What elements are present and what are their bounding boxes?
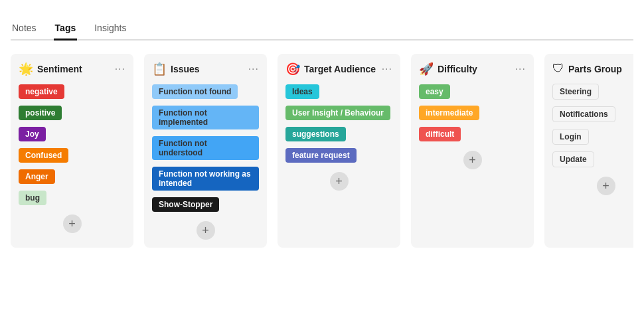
tag-row: bug bbox=[19, 191, 125, 207]
tag-row: Ideas bbox=[285, 84, 392, 100]
board-header-difficulty: 🚀Difficulty··· bbox=[419, 62, 526, 76]
tag-row: difficult bbox=[419, 127, 526, 143]
tag-confused[interactable]: Confused bbox=[19, 148, 68, 163]
board-icon-target-audience: 🎯 bbox=[285, 62, 300, 76]
tag-function-not-understood[interactable]: Function not understood bbox=[152, 136, 259, 160]
tag-easy[interactable]: easy bbox=[419, 84, 450, 99]
tag-row: Show-Stopper bbox=[152, 197, 259, 213]
tag-row: easy bbox=[419, 84, 526, 100]
board-header-sentiment: 🌟Sentiment··· bbox=[19, 62, 125, 76]
board-icon-issues: 📋 bbox=[152, 62, 167, 76]
tab-insights[interactable]: Insights bbox=[93, 19, 127, 41]
tag-row: Update bbox=[552, 151, 633, 169]
tag-login[interactable]: Login bbox=[552, 129, 589, 145]
tag-row: feature request bbox=[285, 148, 392, 164]
tag-joy[interactable]: Joy bbox=[19, 127, 46, 141]
board-title-issues: Issues bbox=[171, 64, 200, 74]
board-header-issues: 📋Issues··· bbox=[152, 62, 259, 76]
tag-show-stopper[interactable]: Show-Stopper bbox=[152, 197, 219, 212]
board-header-target-audience: 🎯Target Audience··· bbox=[285, 62, 392, 76]
tag-difficult[interactable]: difficult bbox=[419, 127, 461, 141]
tag-function-not-working-as-intended[interactable]: Function not working as intended bbox=[152, 167, 259, 191]
tab-tags[interactable]: Tags bbox=[54, 19, 78, 41]
tag-row: Joy bbox=[19, 127, 125, 143]
board-issues: 📋Issues···Function not foundFunction not… bbox=[144, 54, 267, 248]
tag-row: Steering bbox=[552, 84, 633, 101]
tag-row: Function not understood bbox=[152, 136, 259, 161]
tag-row: Function not found bbox=[152, 84, 259, 100]
tag-function-not-found[interactable]: Function not found bbox=[152, 84, 238, 99]
tag-positive[interactable]: positive bbox=[19, 106, 62, 120]
board-menu-target-audience[interactable]: ··· bbox=[382, 63, 392, 75]
board-menu-sentiment[interactable]: ··· bbox=[115, 63, 125, 75]
tag-row: Login bbox=[552, 129, 633, 146]
board-sentiment: 🌟Sentiment···negativepositiveJoyConfused… bbox=[11, 54, 133, 248]
tag-row: intermediate bbox=[419, 106, 526, 122]
board-header-parts-group: 🛡Parts Group··· bbox=[552, 62, 633, 76]
tag-bug[interactable]: bug bbox=[19, 191, 46, 205]
tag-user-insight---behaviour[interactable]: User Insight / Behaviour bbox=[285, 106, 390, 120]
tag-anger[interactable]: Anger bbox=[19, 169, 55, 184]
board-title-difficulty: Difficulty bbox=[438, 64, 477, 74]
tag-row: Anger bbox=[19, 169, 125, 185]
tab-notes[interactable]: Notes bbox=[11, 19, 38, 41]
tab-bar: NotesTagsInsights bbox=[11, 19, 633, 41]
add-tag-button-parts-group[interactable]: + bbox=[597, 177, 615, 195]
tag-suggestions[interactable]: suggestions bbox=[285, 127, 346, 141]
tag-row: User Insight / Behaviour bbox=[285, 106, 392, 122]
tag-update[interactable]: Update bbox=[552, 151, 594, 167]
tag-function-not-implemented[interactable]: Function not implemented bbox=[152, 106, 259, 129]
tag-notifications[interactable]: Notifications bbox=[552, 106, 615, 122]
board-title-target-audience: Target Audience bbox=[304, 64, 376, 74]
board-icon-sentiment: 🌟 bbox=[19, 62, 33, 76]
boards-container: 🌟Sentiment···negativepositiveJoyConfused… bbox=[11, 54, 633, 248]
tag-steering[interactable]: Steering bbox=[552, 84, 599, 100]
tag-ideas[interactable]: Ideas bbox=[285, 84, 319, 99]
tag-negative[interactable]: negative bbox=[19, 84, 64, 99]
board-title-parts-group: Parts Group bbox=[568, 64, 622, 74]
add-tag-button-issues[interactable]: + bbox=[197, 221, 215, 240]
board-menu-issues[interactable]: ··· bbox=[248, 63, 259, 75]
tag-row: Function not working as intended bbox=[152, 167, 259, 192]
tag-row: Notifications bbox=[552, 106, 633, 124]
tag-row: positive bbox=[19, 106, 125, 122]
board-target-audience: 🎯Target Audience···IdeasUser Insight / B… bbox=[278, 54, 400, 248]
add-tag-button-target-audience[interactable]: + bbox=[330, 172, 349, 191]
tag-row: suggestions bbox=[285, 127, 392, 143]
board-menu-difficulty[interactable]: ··· bbox=[515, 63, 526, 75]
tag-intermediate[interactable]: intermediate bbox=[419, 106, 479, 120]
board-title-sentiment: Sentiment bbox=[37, 64, 82, 74]
tag-feature-request[interactable]: feature request bbox=[285, 148, 357, 163]
board-icon-parts-group: 🛡 bbox=[552, 62, 564, 76]
board-difficulty: 🚀Difficulty···easyintermediatedifficult+ bbox=[411, 54, 534, 248]
tag-row: Function not implemented bbox=[152, 106, 259, 131]
board-parts-group: 🛡Parts Group···SteeringNotificationsLogi… bbox=[544, 54, 633, 248]
tag-row: Confused bbox=[19, 148, 125, 164]
board-icon-difficulty: 🚀 bbox=[419, 62, 434, 76]
tag-row: negative bbox=[19, 84, 125, 100]
add-tag-button-sentiment[interactable]: + bbox=[63, 214, 82, 233]
add-tag-button-difficulty[interactable]: + bbox=[463, 151, 482, 169]
